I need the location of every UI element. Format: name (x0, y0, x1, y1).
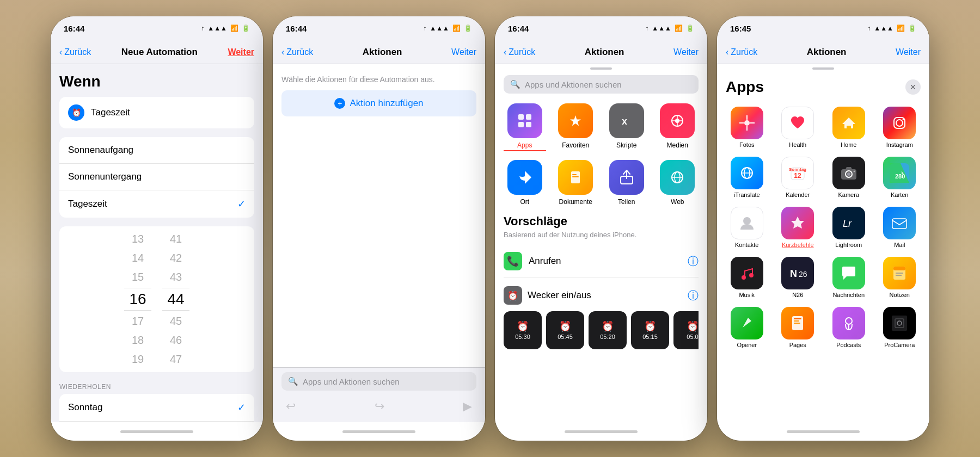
info-button-wecker[interactable]: ⓘ (688, 288, 699, 303)
svg-point-17 (744, 120, 750, 126)
app-icon-musik (731, 257, 763, 289)
app-label-musik: Musik (739, 292, 755, 298)
status-bar-4: 16:45 ↑ ▲▲▲ 📶 🔋 (717, 16, 929, 40)
app-label-lightroom: Lightroom (835, 242, 862, 248)
app-opener[interactable]: Opener (721, 305, 773, 350)
next-button-1[interactable]: Weiter (228, 47, 254, 57)
svg-text:26: 26 (799, 270, 807, 279)
next-button-2[interactable]: Weiter (451, 47, 476, 57)
app-itranslate[interactable]: iTranslate (721, 155, 773, 200)
redo-icon[interactable]: ↪ (375, 399, 384, 413)
phone-1: 16:44 ↑ ▲▲▲ 📶 🔋 ‹ Zurück Neue Automation… (51, 16, 263, 441)
repeat-sonntag[interactable]: Sonntag ✓ (59, 394, 254, 422)
minutes-picker[interactable]: 41 42 43 44 45 46 47 (162, 231, 189, 368)
app-pages[interactable]: Pages (773, 305, 824, 350)
app-label-nachrichten: Nachrichten (832, 292, 865, 298)
wifi-icon-2: 📶 (452, 24, 461, 32)
play-icon[interactable]: ▶ (463, 399, 472, 413)
cat-scripts-icon: x (609, 103, 644, 138)
home-indicator-1 (51, 422, 263, 441)
app-icon-kamera (832, 157, 865, 189)
cat-share-icon (609, 160, 644, 195)
cat-skripte[interactable]: x Skripte (605, 103, 648, 151)
wecker-icon: ⏰ (504, 286, 522, 305)
search-bar-3[interactable]: 🔍 Apps und Aktionen suchen (504, 75, 699, 94)
app-musik[interactable]: Musik (721, 255, 773, 300)
option-tageszeit[interactable]: Tageszeit ✓ (59, 190, 254, 218)
app-procamera[interactable]: ProCamera (874, 305, 926, 350)
nav-title-2: Aktionen (363, 47, 402, 58)
app-icon-lightroom: Lr (832, 207, 865, 239)
app-kurzbefehle[interactable]: Kurzbefehle (773, 205, 824, 250)
search-bar-2[interactable]: 🔍 Apps und Aktionen suchen (281, 372, 476, 391)
time-2: 16:44 (286, 24, 307, 33)
search-placeholder-2: Apps und Aktionen suchen (303, 377, 400, 386)
wecker-header: ⏰ Wecker ein/aus ⓘ (504, 286, 699, 305)
app-kontakte[interactable]: Kontakte (721, 205, 773, 250)
cat-medien[interactable]: Medien (657, 103, 699, 151)
app-fotos[interactable]: Fotos (721, 104, 773, 150)
cat-dokumente[interactable]: Dokumente (555, 160, 597, 206)
back-button-4[interactable]: ‹ Zurück (726, 47, 757, 57)
cat-ort[interactable]: Ort (504, 160, 546, 206)
back-button-1[interactable]: ‹ Zurück (59, 47, 91, 57)
cat-teilen[interactable]: Teilen (605, 160, 648, 206)
app-instagram[interactable]: Instagram (874, 104, 926, 150)
vorschlaege-subtitle: Basierend auf der Nutzung deines iPhone. (504, 231, 699, 239)
tageszeit-icon: ⏰ (68, 104, 84, 121)
time-4: 16:45 (730, 24, 751, 33)
hour-15: 15 (124, 269, 151, 286)
screen3-content: 🔍 Apps und Aktionen suchen Apps Favorite… (495, 64, 707, 422)
app-label-home: Home (841, 141, 856, 148)
battery-icon-3: 🔋 (686, 24, 694, 32)
option-sonnenuntergang[interactable]: Sonnenuntergang (59, 164, 254, 190)
wenn-item[interactable]: ⏰ Tageszeit (59, 97, 254, 128)
hours-picker[interactable]: 13 14 15 16 17 18 19 (124, 231, 151, 368)
apps-grid: Fotos Health Home Instagra (717, 100, 929, 355)
app-karten[interactable]: 280 Karten (874, 155, 926, 200)
svg-text:Sonntag: Sonntag (789, 167, 806, 172)
back-button-3[interactable]: ‹ Zurück (504, 47, 535, 57)
wifi-icon-4: 📶 (897, 24, 905, 32)
app-icon-notizen (883, 257, 916, 289)
app-health[interactable]: Health (773, 104, 824, 150)
suggestion-anrufen[interactable]: 📞 Anrufen ⓘ (504, 245, 699, 277)
location-icon-4: ↑ (867, 24, 871, 32)
alarm-time-0: 05:30 (515, 334, 530, 340)
status-bar-3: 16:44 ↑ ▲▲▲ 📶 🔋 (495, 16, 707, 40)
app-label-opener: Opener (737, 342, 757, 348)
info-button-anrufen[interactable]: ⓘ (688, 254, 699, 269)
app-lightroom[interactable]: Lr Lightroom (823, 205, 874, 250)
back-button-2[interactable]: ‹ Zurück (281, 47, 313, 57)
svg-rect-0 (518, 114, 524, 120)
app-notizen[interactable]: Notizen (874, 255, 926, 300)
alarm-0545[interactable]: ⏰ 05:45 (546, 311, 584, 349)
cat-web[interactable]: Web (657, 160, 699, 206)
app-label-n26: N26 (792, 292, 803, 298)
next-button-4[interactable]: Weiter (896, 47, 921, 57)
nav-title-1: Neue Automation (121, 47, 198, 58)
time-picker[interactable]: 13 14 15 16 17 18 19 41 42 43 44 45 46 4… (59, 226, 254, 372)
screen2-content: Wähle die Aktionen für diese Automation … (273, 64, 485, 422)
app-kalender[interactable]: 12Sonntag Kalender (773, 155, 824, 200)
app-icon-nachrichten (832, 257, 865, 289)
option-sonnenaufgang[interactable]: Sonnenaufgang (59, 137, 254, 164)
alarm-0515[interactable]: ⏰ 05:15 (631, 311, 669, 349)
cat-favoriten[interactable]: Favoriten (555, 103, 597, 151)
close-button[interactable]: ✕ (905, 79, 921, 95)
alarm-time-2: 05:20 (600, 334, 615, 340)
alarm-0530[interactable]: ⏰ 05:30 (504, 311, 542, 349)
cat-apps[interactable]: Apps (504, 103, 546, 151)
app-mail[interactable]: Mail (874, 205, 926, 250)
alarm-0520[interactable]: ⏰ 05:20 (589, 311, 627, 349)
undo-icon[interactable]: ↩ (286, 399, 296, 413)
app-nachrichten[interactable]: Nachrichten (823, 255, 874, 300)
alarm-05x[interactable]: ⏰ 05:0 (673, 311, 699, 349)
app-n26[interactable]: N26 N26 (773, 255, 824, 300)
app-home[interactable]: Home (823, 104, 874, 150)
add-action-button[interactable]: + Aktion hinzufügen (281, 90, 476, 116)
min-44: 44 (162, 288, 189, 311)
app-kamera[interactable]: Kamera (823, 155, 874, 200)
app-podcasts[interactable]: Podcasts (823, 305, 874, 350)
next-button-3[interactable]: Weiter (673, 47, 699, 57)
